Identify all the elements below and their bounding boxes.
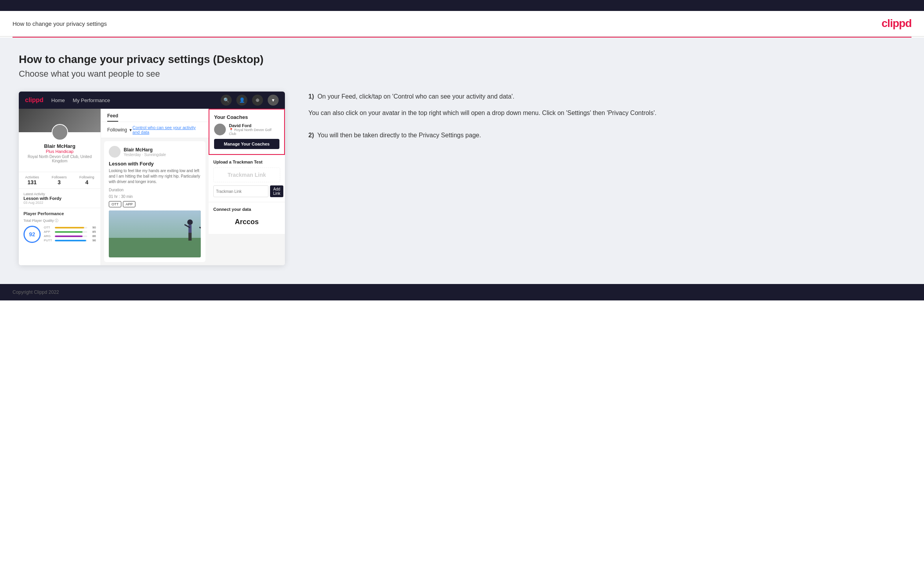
post-user-date: Yesterday · Sunningdale — [124, 153, 166, 157]
following-dropdown[interactable]: Following ▼ — [107, 127, 133, 133]
post-user-row: Blair McHarg Yesterday · Sunningdale — [109, 146, 201, 158]
header-title: How to change your privacy settings — [13, 20, 107, 27]
tag-ott: OTT — [109, 201, 121, 207]
user-cover-photo — [19, 109, 101, 132]
article-subtitle: Choose what you want people to see — [19, 69, 905, 79]
feed-post: Blair McHarg Yesterday · Sunningdale Les… — [104, 141, 205, 262]
svg-rect-3 — [189, 225, 192, 233]
user-name: Blair McHarg — [23, 143, 96, 149]
app-screenshot: clippd Home My Performance 🔍 👤 ⊕ ▼ — [19, 92, 285, 265]
stat-followers: Followers 3 — [52, 175, 67, 185]
user-stats: Activities 131 Followers 3 Following 4 — [19, 172, 101, 189]
post-duration-value: 01 hr : 30 min — [109, 194, 201, 199]
feed-tab[interactable]: Feed — [107, 113, 118, 122]
feed-area: Feed Following ▼ Control who can see you… — [101, 109, 209, 265]
user-avatar-nav[interactable]: ▼ — [268, 95, 279, 106]
coach-club: 📍 Royal North Devon Golf Club — [229, 128, 279, 136]
bar-ott: OTT 90 — [44, 226, 96, 229]
instruction-2-number: 2) — [308, 132, 314, 138]
post-tags: OTT APP — [109, 201, 201, 207]
post-title: Lesson with Fordy — [109, 161, 201, 167]
coaches-card: Your Coaches David Ford 📍 Royal North De… — [209, 110, 284, 154]
main-content: How to change your privacy settings (Des… — [0, 38, 924, 284]
perf-title: Player Performance — [23, 211, 96, 216]
quality-score: 92 — [23, 226, 41, 243]
instruction-2-text: 2) You will then be taken directly to th… — [308, 130, 905, 140]
clippd-logo: clippd — [882, 17, 911, 30]
coach-row: David Ford 📍 Royal North Devon Golf Club — [214, 123, 279, 136]
dropdown-arrow-icon: ▼ — [129, 128, 133, 132]
demo-layout: clippd Home My Performance 🔍 👤 ⊕ ▼ — [19, 92, 905, 265]
instruction-1-text-2: You can also click on your avatar in the… — [308, 108, 905, 118]
svg-rect-1 — [109, 238, 201, 257]
arccos-logo: Arccos — [213, 215, 280, 229]
post-image-svg — [109, 210, 201, 257]
header: How to change your privacy settings clip… — [0, 11, 924, 37]
trackman-placeholder: Trackman Link — [213, 167, 280, 182]
nav-link-performance[interactable]: My Performance — [73, 97, 110, 103]
post-duration: Duration — [109, 188, 201, 192]
top-bar — [0, 0, 924, 11]
coaches-annotation-box: Your Coaches David Ford 📍 Royal North De… — [209, 109, 285, 155]
instructions: 1) On your Feed, click/tap on 'Control w… — [301, 92, 905, 153]
right-sidebar: Your Coaches David Ford 📍 Royal North De… — [209, 109, 285, 265]
user-icon[interactable]: 👤 — [236, 95, 247, 106]
search-icon[interactable]: 🔍 — [221, 95, 232, 106]
following-bar: Following ▼ Control who can see your act… — [101, 122, 209, 138]
app-nav-icons: 🔍 👤 ⊕ ▼ — [221, 95, 279, 106]
bar-putt: PUTT 96 — [44, 239, 96, 242]
user-club: Royal North Devon Golf Club, United King… — [23, 155, 96, 163]
app-body: Blair McHarg Plus Handicap Royal North D… — [19, 109, 285, 265]
user-sidebar: Blair McHarg Plus Handicap Royal North D… — [19, 109, 101, 265]
app-logo: clippd — [25, 97, 43, 104]
manage-coaches-button[interactable]: Manage Your Coaches — [214, 139, 279, 149]
instruction-1: 1) On your Feed, click/tap on 'Control w… — [308, 92, 905, 118]
control-privacy-link[interactable]: Control who can see your activity and da… — [133, 125, 202, 135]
bar-app: APP 85 — [44, 230, 96, 234]
trackman-input-row: Add Link — [213, 185, 280, 197]
svg-rect-6 — [190, 233, 192, 241]
user-avatar — [52, 124, 68, 140]
feed-tab-bar: Feed — [101, 109, 209, 122]
notification-icon[interactable]: ⊕ — [252, 95, 263, 106]
footer-copyright: Copyright Clippd 2022 — [13, 289, 59, 295]
bar-arg: ARG 86 — [44, 234, 96, 238]
coaches-title: Your Coaches — [214, 114, 279, 120]
article-title: How to change your privacy settings (Des… — [19, 53, 905, 66]
trackman-add-button[interactable]: Add Link — [270, 185, 283, 197]
stat-activities: Activities 131 — [25, 175, 39, 185]
app-nav-links: Home My Performance — [51, 97, 213, 103]
trackman-card: Upload a Trackman Test Trackman Link Add… — [209, 155, 285, 202]
player-performance: Player Performance Total Player Quality … — [19, 208, 101, 246]
instruction-1-text: 1) On your Feed, click/tap on 'Control w… — [308, 92, 905, 102]
svg-rect-5 — [189, 233, 190, 241]
post-avatar — [109, 146, 121, 158]
user-latest-activity: Latest Activity Lesson with Fordy 03 Aug… — [19, 189, 101, 208]
tag-app: APP — [123, 201, 135, 207]
trackman-input[interactable] — [213, 185, 268, 197]
connect-card: Connect your data Arccos — [209, 202, 285, 234]
app-nav: clippd Home My Performance 🔍 👤 ⊕ ▼ — [19, 92, 285, 109]
svg-point-2 — [187, 219, 193, 225]
location-icon: 📍 — [229, 128, 233, 132]
post-user-name: Blair McHarg — [124, 147, 166, 153]
instruction-2: 2) You will then be taken directly to th… — [308, 130, 905, 140]
trackman-title: Upload a Trackman Test — [213, 160, 280, 164]
quality-row: 92 OTT 90 APP 85 — [23, 226, 96, 243]
quality-label: Total Player Quality ⓘ — [23, 218, 96, 223]
post-description: Looking to feel like my hands are exitin… — [109, 168, 201, 185]
stat-following: Following 4 — [79, 175, 94, 185]
coach-name: David Ford — [229, 123, 279, 128]
connect-title: Connect your data — [213, 207, 280, 212]
footer: Copyright Clippd 2022 — [0, 284, 924, 300]
nav-link-home[interactable]: Home — [51, 97, 65, 103]
post-image — [109, 210, 201, 257]
user-handicap: Plus Handicap — [23, 149, 96, 154]
quality-bars: OTT 90 APP 85 ARG — [44, 226, 96, 243]
instruction-1-number: 1) — [308, 93, 314, 100]
coach-avatar — [214, 124, 226, 135]
